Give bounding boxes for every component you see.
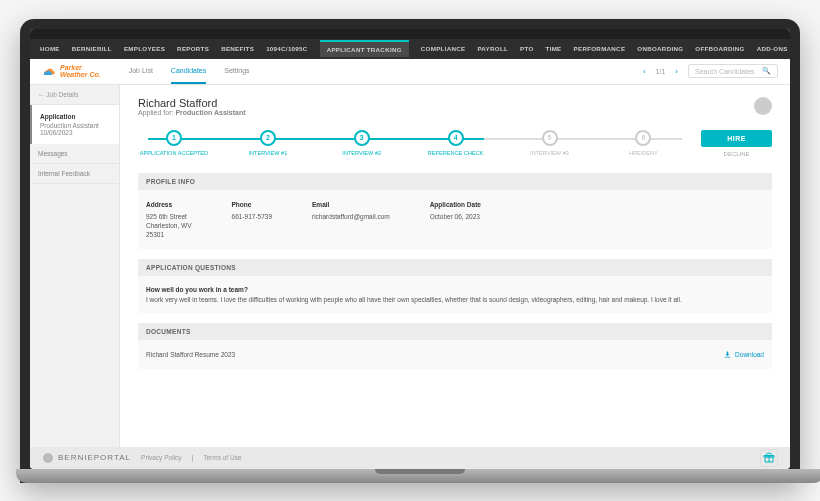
sub-nav: ParkerWeather Co. Job List Candidates Se… [30, 59, 790, 85]
documents-section: DOCUMENTS Richard Stafford Resume 2023 D… [138, 323, 772, 369]
tab-settings[interactable]: Settings [224, 59, 249, 84]
tab-candidates[interactable]: Candidates [171, 59, 206, 84]
candidate-avatar[interactable] [754, 97, 772, 115]
nav-time[interactable]: TIME [546, 45, 562, 52]
search-icon: 🔍 [762, 67, 771, 75]
pager-prev-icon[interactable]: ‹ [643, 67, 646, 76]
candidate-name: Richard Stafford [138, 97, 246, 109]
cloud-icon [42, 64, 56, 78]
sidebar: ← Job Details Application Production Ass… [30, 85, 120, 447]
footer-privacy[interactable]: Privacy Policy [141, 454, 181, 461]
nav-pto[interactable]: PTO [520, 45, 534, 52]
profile-app-date: Application Date October 06, 2023 [430, 200, 481, 239]
document-name: Richard Stafford Resume 2023 [146, 351, 235, 358]
nav-berniebill[interactable]: BERNIEBILL [72, 45, 112, 52]
stage-interview-1[interactable]: 2INTERVIEW #1 [232, 130, 304, 156]
pager-text: 1/1 [656, 68, 666, 75]
footer: BERNIEPORTAL Privacy Policy | Terms of U… [30, 447, 790, 469]
sidebar-back[interactable]: ← Job Details [30, 85, 119, 105]
pipeline: 1APPLICATION ACCEPTED 2INTERVIEW #1 3INT… [138, 130, 772, 157]
nav-addons[interactable]: ADD-ONS [757, 45, 788, 52]
main-nav: HOME BERNIEBILL EMPLOYEES REPORTS BENEFI… [30, 39, 790, 59]
stage-interview-3[interactable]: 5INTERVIEW #3 [514, 130, 586, 156]
stage-interview-2[interactable]: 3INTERVIEW #2 [326, 130, 398, 156]
footer-terms[interactable]: Terms of Use [203, 454, 241, 461]
tab-job-list[interactable]: Job List [129, 59, 153, 84]
candidate-applied-for: Applied for: Production Assistant [138, 109, 246, 116]
sidebar-internal-feedback[interactable]: Internal Feedback [30, 164, 119, 184]
stage-application-accepted[interactable]: 1APPLICATION ACCEPTED [138, 130, 210, 156]
nav-1094c[interactable]: 1094C/1095C [266, 45, 308, 52]
profile-address: Address 925 6th Street Charleston, WV 25… [146, 200, 192, 239]
decline-link[interactable]: DECLINE [724, 151, 750, 157]
download-icon [723, 350, 732, 359]
nav-benefits[interactable]: BENEFITS [221, 45, 254, 52]
nav-reports[interactable]: REPORTS [177, 45, 209, 52]
download-link[interactable]: Download [723, 350, 764, 359]
nav-payroll[interactable]: PAYROLL [477, 45, 508, 52]
search-input[interactable]: Search Candidates 🔍 [688, 64, 778, 78]
profile-phone: Phone 661-917-5739 [232, 200, 272, 239]
nav-offboarding[interactable]: OFFBOARDING [695, 45, 744, 52]
nav-home[interactable]: HOME [40, 45, 60, 52]
pager-next-icon[interactable]: › [675, 67, 678, 76]
nav-onboarding[interactable]: ONBOARDING [637, 45, 683, 52]
browser-chrome [30, 29, 790, 39]
sidebar-application-card[interactable]: Application Production Assistant 10/06/2… [30, 105, 119, 144]
nav-compliance[interactable]: COMPLIANCE [421, 45, 466, 52]
footer-logo[interactable]: BERNIEPORTAL [42, 452, 131, 464]
nav-employees[interactable]: EMPLOYEES [124, 45, 165, 52]
profile-info-section: PROFILE INFO Address 925 6th Street Char… [138, 173, 772, 249]
gift-icon[interactable] [760, 449, 778, 467]
nav-performance[interactable]: PERFORMANCE [574, 45, 626, 52]
sidebar-messages[interactable]: Messages [30, 144, 119, 164]
svg-point-0 [43, 453, 53, 463]
stage-hire-deny[interactable]: 6HRE/DENY [607, 130, 679, 156]
stage-reference-check[interactable]: 4REFERENCE CHECK [420, 130, 492, 156]
hire-button[interactable]: HIRE [701, 130, 772, 147]
profile-email: Email richardstafford@gmail.com [312, 200, 390, 239]
application-questions-section: APPLICATION QUESTIONS How well do you wo… [138, 259, 772, 313]
laptop-base [16, 469, 820, 483]
main-panel: Richard Stafford Applied for: Production… [120, 85, 790, 447]
company-logo[interactable]: ParkerWeather Co. [42, 64, 101, 78]
b-icon [42, 452, 54, 464]
nav-applicant-tracking[interactable]: APPLICANT TRACKING [320, 40, 409, 57]
